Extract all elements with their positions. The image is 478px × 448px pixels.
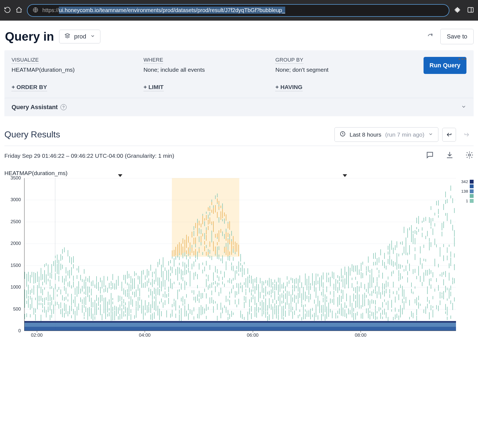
having-add[interactable]: + HAVING xyxy=(275,84,302,91)
limit-add[interactable]: + LIMIT xyxy=(144,84,164,91)
gear-icon[interactable] xyxy=(465,151,474,161)
y-axis: 0500100015002000250030003500 xyxy=(4,178,23,331)
reload-icon[interactable] xyxy=(4,6,11,15)
run-age: (run 7 min ago) xyxy=(385,131,424,138)
where-value[interactable]: None; include all events xyxy=(144,67,276,73)
marker-icon[interactable] xyxy=(118,174,122,177)
marker-icon[interactable] xyxy=(343,174,347,177)
timestamp-range: Friday Sep 29 01:46:22 – 09:46:22 UTC-04… xyxy=(4,153,174,159)
legend-swatch xyxy=(470,199,474,203)
page-title: Query in xyxy=(5,30,54,43)
home-icon[interactable] xyxy=(15,6,23,15)
chevron-down-icon xyxy=(428,131,433,138)
dataset-select[interactable]: prod xyxy=(59,30,100,43)
more-icon[interactable]: ••• xyxy=(458,55,468,63)
extensions-icon[interactable] xyxy=(454,6,461,15)
bubbleup-selection[interactable] xyxy=(172,178,239,257)
legend-swatch xyxy=(470,180,474,184)
x-axis: 02:0004:0006:0008:00 xyxy=(24,331,456,340)
nav-forward-button[interactable] xyxy=(460,128,474,142)
legend-min: 1 xyxy=(466,198,468,203)
clock-icon xyxy=(340,131,346,138)
groupby-value[interactable]: None; don't segment xyxy=(275,67,423,73)
where-label[interactable]: WHERE xyxy=(144,57,163,64)
url-bar[interactable]: https://ui.honeycomb.io/teamname/environ… xyxy=(27,4,449,17)
time-range-select[interactable]: Last 8 hours (run 7 min ago) xyxy=(334,127,438,142)
query-assistant-label: Query Assistant xyxy=(12,104,58,111)
results-header: Query Results Last 8 hours (run 7 min ag… xyxy=(4,127,474,142)
share-icon[interactable] xyxy=(427,32,434,41)
query-builder: ••• VISUALIZE HEATMAP(duration_ms) WHERE… xyxy=(4,50,474,98)
time-range-label: Last 8 hours xyxy=(350,131,381,138)
page-header: Query in prod Save to xyxy=(4,25,474,50)
visualize-value[interactable]: HEATMAP(duration_ms) xyxy=(12,67,144,73)
nav-back-button[interactable] xyxy=(442,128,456,142)
legend-swatch xyxy=(470,184,474,188)
chevron-down-icon xyxy=(90,33,95,40)
browser-chrome: https://ui.honeycomb.io/teamname/environ… xyxy=(0,0,478,21)
query-assistant-row[interactable]: Query Assistant ? xyxy=(4,98,474,116)
save-button[interactable]: Save to xyxy=(440,29,474,44)
dataset-icon xyxy=(64,33,70,40)
globe-icon xyxy=(32,7,39,14)
url-text: https://ui.honeycomb.io/teamname/environ… xyxy=(42,7,285,13)
results-title: Query Results xyxy=(4,129,60,140)
legend-max: 342 xyxy=(461,179,468,184)
comment-icon[interactable] xyxy=(426,151,434,161)
svg-rect-1 xyxy=(468,7,473,12)
svg-point-4 xyxy=(468,154,471,156)
dataset-name: prod xyxy=(74,33,86,40)
heatmap-legend: 342 138 1 xyxy=(456,178,474,340)
legend-swatch xyxy=(470,189,474,193)
panel-icon[interactable] xyxy=(467,6,474,15)
legend-swatch xyxy=(470,194,474,198)
heatmap-chart[interactable]: 0500100015002000250030003500 02:0004:000… xyxy=(4,178,456,340)
separator xyxy=(4,146,474,146)
orderby-add[interactable]: + ORDER BY xyxy=(12,84,47,91)
download-icon[interactable] xyxy=(446,151,454,161)
groupby-label[interactable]: GROUP BY xyxy=(275,57,303,64)
visualize-label[interactable]: VISUALIZE xyxy=(12,57,39,64)
chevron-down-icon xyxy=(461,104,466,110)
plot-area[interactable] xyxy=(24,178,456,331)
results-meta: Friday Sep 29 01:46:22 – 09:46:22 UTC-04… xyxy=(4,151,474,161)
legend-mid: 138 xyxy=(461,189,468,193)
help-icon[interactable]: ? xyxy=(61,104,67,110)
chart-title: HEATMAP(duration_ms) xyxy=(4,170,474,176)
